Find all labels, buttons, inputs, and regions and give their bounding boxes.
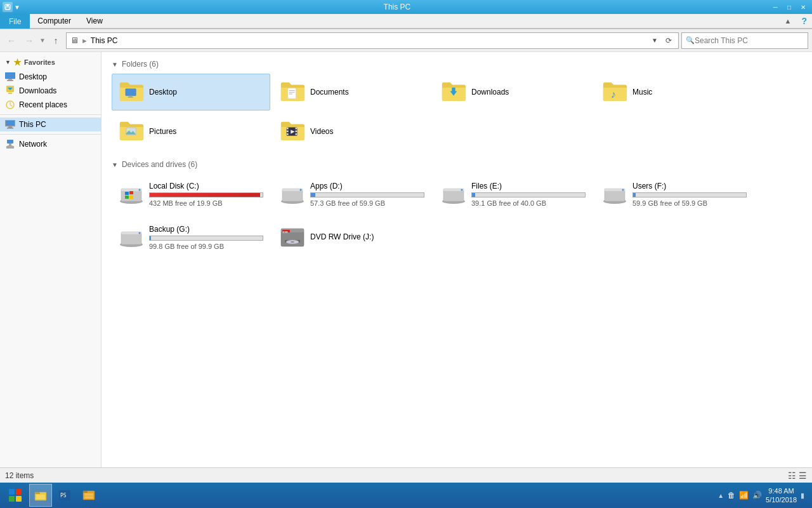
folders-collapse-icon[interactable]: ▼ — [112, 61, 118, 68]
help-button[interactable]: ? — [796, 16, 812, 26]
drive-item-e[interactable]: Files (E:) 39.1 GB free of 40.0 GB — [434, 174, 593, 215]
drive-e-info: Files (E:) 39.1 GB free of 40.0 GB — [471, 182, 586, 207]
svg-point-61 — [622, 189, 624, 191]
network-icon — [5, 139, 15, 149]
svg-point-53 — [300, 189, 302, 191]
taskbar-file-manager[interactable] — [77, 484, 100, 507]
thispc-icon — [5, 119, 15, 130]
drive-item-d[interactable]: Apps (D:) 57.3 GB free of 59.9 GB — [273, 174, 431, 215]
minimize-button[interactable]: ─ — [769, 2, 782, 12]
folder-item-pictures[interactable]: Pictures — [112, 113, 270, 150]
favorites-star-icon: ★ — [13, 57, 22, 67]
powershell-icon: PS _ — [58, 489, 71, 502]
folder-documents-icon — [280, 79, 305, 105]
tab-file[interactable]: File — [0, 14, 30, 29]
drives-collapse-icon[interactable]: ▼ — [112, 161, 118, 168]
file-manager-icon — [82, 489, 95, 502]
folder-item-music[interactable]: ♪ Music — [595, 74, 754, 110]
svg-rect-37 — [287, 133, 289, 135]
drive-item-c[interactable]: Local Disk (C:) 432 MB free of 19.9 GB — [112, 174, 270, 215]
sidebar-separator-1 — [0, 114, 101, 115]
start-button[interactable] — [3, 484, 28, 507]
back-button: ← — [4, 33, 19, 48]
sidebar-item-recent[interactable]: Recent places — [0, 98, 101, 112]
svg-rect-36 — [287, 130, 289, 132]
maximize-button[interactable]: □ — [783, 2, 796, 12]
drive-item-g[interactable]: Backup (G:) 99.8 GB free of 99.9 GB — [112, 217, 270, 258]
folder-pictures-icon — [119, 119, 144, 144]
svg-point-33 — [128, 129, 130, 131]
thispc-label: This PC — [19, 120, 46, 129]
search-input[interactable] — [695, 36, 804, 45]
nav-history-dropdown[interactable]: ▼ — [39, 37, 46, 44]
drive-c-bar — [150, 193, 260, 197]
up-button[interactable]: ↑ — [48, 33, 63, 48]
folder-item-desktop[interactable]: Desktop — [112, 74, 270, 110]
drive-item-j[interactable]: DVD DVD RW Drive (J:) — [273, 217, 431, 258]
status-items-count: 12 items — [5, 471, 34, 480]
svg-rect-24 — [128, 97, 133, 98]
svg-rect-49 — [129, 196, 133, 199]
search-box[interactable]: 🔍 — [681, 32, 808, 49]
address-refresh-button[interactable]: ⟳ — [663, 36, 674, 45]
list-view-button[interactable]: ☷ — [788, 471, 796, 481]
tray-overflow-button[interactable]: ▲ — [717, 492, 724, 499]
svg-rect-12 — [8, 126, 12, 128]
address-bar[interactable]: 🖥 ► This PC ▼ ⟳ — [66, 32, 679, 49]
file-explorer-icon — [34, 489, 47, 502]
svg-rect-48 — [125, 196, 129, 199]
svg-rect-44 — [121, 189, 141, 191]
sidebar-item-downloads[interactable]: Downloads — [0, 84, 101, 98]
tab-computer[interactable]: Computer — [30, 14, 79, 28]
folder-videos-label: Videos — [310, 127, 333, 136]
folder-desktop-icon — [119, 79, 144, 105]
drive-g-icon — [119, 225, 144, 250]
close-button[interactable]: ✕ — [797, 2, 809, 12]
drives-section-header[interactable]: ▼ Devices and drives (6) — [112, 160, 802, 169]
drive-d-free: 57.3 GB free of 59.9 GB — [310, 199, 424, 207]
svg-rect-52 — [282, 189, 303, 191]
tray-network-icon[interactable]: 📶 — [739, 491, 749, 500]
nav-bar: ← → ▼ ↑ 🖥 ► This PC ▼ ⟳ 🔍 — [0, 29, 812, 52]
tray-show-desktop[interactable]: ▮ — [801, 491, 804, 500]
drive-c-free: 432 MB free of 19.9 GB — [149, 199, 263, 207]
folder-documents-label: Documents — [310, 88, 349, 97]
svg-text:♪: ♪ — [611, 88, 616, 100]
sidebar-item-network[interactable]: Network — [0, 137, 101, 151]
sidebar-separator-2 — [0, 134, 101, 135]
content-area: ▼ Folders (6) Desktop — [102, 52, 812, 467]
drive-f-free: 59.9 GB free of 59.9 GB — [632, 199, 747, 207]
folders-section-header[interactable]: ▼ Folders (6) — [112, 60, 802, 69]
details-view-button[interactable]: ☰ — [799, 471, 807, 481]
svg-point-72 — [291, 241, 294, 243]
qat-save-icon[interactable] — [3, 2, 13, 12]
ribbon: File Computer View ▲ ? — [0, 14, 812, 29]
qat-dropdown-icon[interactable]: ▼ — [14, 4, 20, 11]
tab-view[interactable]: View — [79, 14, 110, 28]
downloads-label: Downloads — [19, 86, 56, 95]
svg-text:DVD: DVD — [283, 231, 289, 234]
svg-rect-30 — [452, 88, 455, 91]
tray-volume-icon[interactable]: 🔊 — [752, 491, 762, 500]
svg-rect-11 — [6, 121, 15, 126]
favorites-header[interactable]: ▼ ★ Favorites — [0, 55, 101, 70]
tray-notification-icon[interactable]: 🗑 — [728, 491, 735, 500]
taskbar-powershell[interactable]: PS _ — [53, 484, 76, 507]
taskbar-file-explorer[interactable] — [29, 484, 52, 507]
drive-g-bar — [150, 236, 151, 240]
ribbon-collapse-icon[interactable]: ▲ — [780, 17, 797, 25]
svg-rect-80 — [83, 491, 88, 493]
drive-d-info: Apps (D:) 57.3 GB free of 59.9 GB — [310, 182, 424, 207]
folder-item-videos[interactable]: Videos — [273, 113, 431, 150]
address-dropdown-arrow[interactable]: ▼ — [649, 37, 660, 44]
drive-f-info: Users (F:) 59.9 GB free of 59.9 GB — [632, 182, 747, 207]
title-bar-icons: ▼ — [3, 2, 20, 12]
drive-item-f[interactable]: Users (F:) 59.9 GB free of 59.9 GB — [595, 174, 754, 215]
sidebar-item-thispc[interactable]: This PC — [0, 117, 101, 131]
system-clock[interactable]: 9:48 AM 5/10/2018 — [766, 486, 797, 505]
drive-g-name: Backup (G:) — [149, 225, 263, 234]
folder-item-downloads[interactable]: Downloads — [434, 74, 593, 110]
svg-rect-35 — [287, 128, 289, 130]
folder-item-documents[interactable]: Documents — [273, 74, 431, 110]
sidebar-item-desktop[interactable]: Desktop — [0, 70, 101, 84]
